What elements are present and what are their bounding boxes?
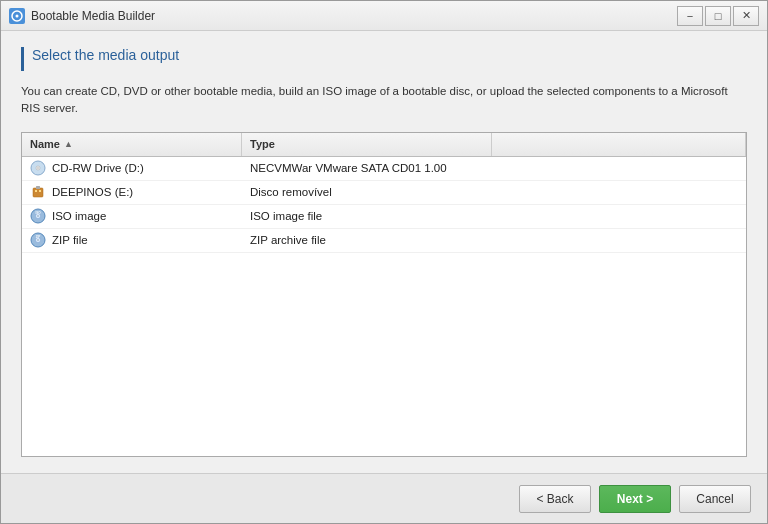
cancel-button[interactable]: Cancel bbox=[679, 485, 751, 513]
media-output-table: Name ▲ Type bbox=[21, 132, 747, 458]
window-title: Bootable Media Builder bbox=[31, 9, 155, 23]
back-button[interactable]: < Back bbox=[519, 485, 591, 513]
row-extra-cell bbox=[492, 166, 746, 170]
svg-text:ZIP: ZIP bbox=[36, 235, 41, 239]
app-icon bbox=[9, 8, 25, 24]
bottom-bar: < Back Next > Cancel bbox=[1, 473, 767, 523]
column-type-label: Type bbox=[250, 138, 275, 150]
close-button[interactable]: ✕ bbox=[733, 6, 759, 26]
row-extra-cell bbox=[492, 214, 746, 218]
row-name-text: ZIP file bbox=[52, 234, 88, 246]
table-header: Name ▲ Type bbox=[22, 133, 746, 157]
svg-text:ISO: ISO bbox=[35, 211, 41, 215]
row-type-text: ISO image file bbox=[250, 210, 322, 222]
minimize-button[interactable]: − bbox=[677, 6, 703, 26]
svg-point-15 bbox=[37, 239, 39, 241]
row-name-cell: CD-RW Drive (D:) bbox=[22, 158, 242, 178]
column-name-label: Name bbox=[30, 138, 60, 150]
cd-drive-icon bbox=[30, 160, 46, 176]
row-name-text: CD-RW Drive (D:) bbox=[52, 162, 144, 174]
row-type-cell: ISO image file bbox=[242, 208, 492, 224]
row-type-cell: NECVMWar VMware SATA CD01 1.00 bbox=[242, 160, 492, 176]
row-name-text: DEEPINOS (E:) bbox=[52, 186, 133, 198]
usb-drive-icon bbox=[30, 184, 46, 200]
row-type-cell: Disco removível bbox=[242, 184, 492, 200]
row-name-text: ISO image bbox=[52, 210, 106, 222]
column-header-name: Name ▲ bbox=[22, 133, 242, 156]
column-header-extra bbox=[492, 133, 746, 156]
zip-file-icon: ZIP bbox=[30, 232, 46, 248]
iso-image-icon: ISO bbox=[30, 208, 46, 224]
svg-rect-6 bbox=[36, 186, 40, 189]
row-extra-cell bbox=[492, 190, 746, 194]
row-extra-cell bbox=[492, 238, 746, 242]
table-row[interactable]: CD-RW Drive (D:) NECVMWar VMware SATA CD… bbox=[22, 157, 746, 181]
next-button[interactable]: Next > bbox=[599, 485, 671, 513]
section-title: Select the media output bbox=[21, 47, 747, 71]
svg-point-4 bbox=[37, 167, 39, 169]
row-type-text: ZIP archive file bbox=[250, 234, 326, 246]
table-row[interactable]: ISO ISO image ISO image file bbox=[22, 205, 746, 229]
row-type-text: NECVMWar VMware SATA CD01 1.00 bbox=[250, 162, 447, 174]
main-window: Bootable Media Builder − □ ✕ Select the … bbox=[0, 0, 768, 524]
row-name-cell: ISO ISO image bbox=[22, 206, 242, 226]
row-type-text: Disco removível bbox=[250, 186, 332, 198]
svg-rect-8 bbox=[39, 190, 41, 192]
table-row[interactable]: ZIP ZIP file ZIP archive file bbox=[22, 229, 746, 253]
column-header-type: Type bbox=[242, 133, 492, 156]
window-controls: − □ ✕ bbox=[677, 6, 759, 26]
description-text: You can create CD, DVD or other bootable… bbox=[21, 83, 747, 118]
svg-point-1 bbox=[16, 14, 19, 17]
row-name-cell: DEEPINOS (E:) bbox=[22, 182, 242, 202]
restore-button[interactable]: □ bbox=[705, 6, 731, 26]
row-name-cell: ZIP ZIP file bbox=[22, 230, 242, 250]
row-type-cell: ZIP archive file bbox=[242, 232, 492, 248]
table-row[interactable]: DEEPINOS (E:) Disco removível bbox=[22, 181, 746, 205]
sort-arrow-icon: ▲ bbox=[64, 139, 73, 149]
title-bar-left: Bootable Media Builder bbox=[9, 8, 155, 24]
title-bar: Bootable Media Builder − □ ✕ bbox=[1, 1, 767, 31]
table-body: CD-RW Drive (D:) NECVMWar VMware SATA CD… bbox=[22, 157, 746, 457]
svg-rect-5 bbox=[33, 188, 43, 197]
svg-point-11 bbox=[37, 215, 39, 217]
svg-rect-7 bbox=[35, 190, 37, 192]
content-area: Select the media output You can create C… bbox=[1, 31, 767, 473]
